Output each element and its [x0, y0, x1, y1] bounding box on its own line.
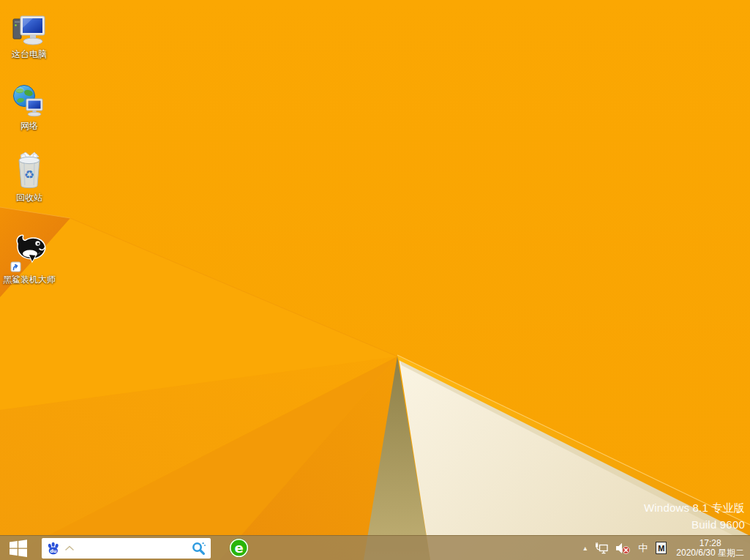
- clock-time: 17:28: [676, 539, 744, 548]
- this-pc-icon: [10, 4, 48, 47]
- ime-mode-key-icon[interactable]: M: [656, 542, 667, 554]
- network-icon: [10, 76, 48, 119]
- desktop-icon-black-shark[interactable]: 黑鲨装机大师: [1, 230, 58, 302]
- taskbar: du e: [0, 535, 750, 560]
- browser-e-glyph: e: [234, 540, 243, 556]
- network-status-icon[interactable]: [595, 542, 608, 554]
- watermark-build: Build 9600: [644, 516, 745, 533]
- ime-language-indicator[interactable]: 中: [638, 542, 648, 555]
- desktop-icon-network[interactable]: 网络: [1, 76, 58, 148]
- windows-build-watermark: Windows 8.1 专业版 Build 9600: [644, 499, 745, 533]
- desktop-icon-label: 回收站: [16, 193, 42, 203]
- desktop-icon-label: 黑鲨装机大师: [3, 275, 56, 285]
- show-hidden-icons-button[interactable]: ▴: [583, 545, 587, 552]
- taskbar-search-input[interactable]: [79, 540, 190, 557]
- taskbar-search-box[interactable]: du: [42, 538, 211, 559]
- volume-muted-icon[interactable]: [616, 542, 630, 554]
- green-e-browser-icon[interactable]: e: [229, 538, 249, 558]
- system-tray: ▴ 中 M: [583, 539, 750, 558]
- desktop-screen: 这台电脑 网络: [0, 0, 750, 560]
- windows-logo-icon: [9, 539, 28, 558]
- search-magnifier-icon[interactable]: [190, 540, 206, 556]
- desktop-icon-column: 这台电脑 网络: [1, 4, 58, 302]
- baidu-paw-icon[interactable]: du: [46, 541, 61, 556]
- start-button[interactable]: [0, 536, 36, 560]
- clock-date: 2020/6/30 星期二: [676, 548, 744, 558]
- desktop-icon-label: 这台电脑: [12, 50, 47, 59]
- recycle-symbol-glyph: ♻: [24, 168, 34, 182]
- desktop-icon-label: 网络: [20, 122, 38, 131]
- desktop-icon-this-pc[interactable]: 这台电脑: [1, 4, 58, 76]
- taskbar-clock[interactable]: 17:28 2020/6/30 星期二: [675, 539, 744, 558]
- baidu-du-glyph: du: [50, 548, 57, 553]
- recycle-bin-icon: ♻: [13, 148, 45, 190]
- desktop-icon-recycle-bin[interactable]: ♻ 回收站: [1, 148, 58, 220]
- black-shark-icon: [10, 230, 49, 272]
- desktop-wallpaper[interactable]: [0, 0, 750, 560]
- watermark-edition: Windows 8.1 专业版: [644, 499, 745, 516]
- chevron-up-icon[interactable]: [64, 545, 75, 551]
